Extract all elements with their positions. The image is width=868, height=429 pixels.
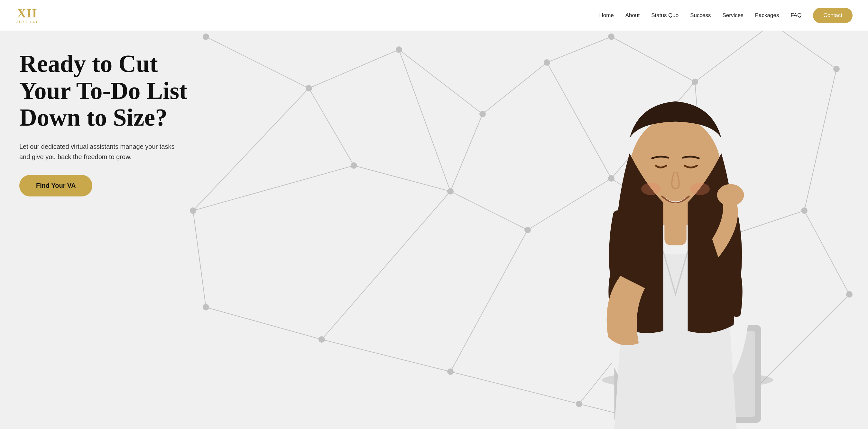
find-va-button[interactable]: Find Your VA xyxy=(19,175,92,197)
svg-point-63 xyxy=(641,183,661,195)
hero-section: Ready to Cut Your To-Do List Down to Siz… xyxy=(0,31,868,429)
logo-tagline: VIRTUAL xyxy=(16,20,39,24)
nav-faq[interactable]: FAQ xyxy=(790,12,801,19)
hero-subtitle: Let our dedicated virtual assistants man… xyxy=(19,141,187,162)
nav-status-quo[interactable]: Status Quo xyxy=(651,12,679,19)
svg-point-65 xyxy=(717,184,744,206)
svg-point-35 xyxy=(396,47,402,53)
svg-point-64 xyxy=(690,183,710,195)
svg-point-34 xyxy=(306,85,312,91)
woman-illustration xyxy=(434,31,868,429)
nav-success[interactable]: Success xyxy=(690,12,711,19)
svg-point-42 xyxy=(351,162,357,169)
site-header: XII VIRTUAL Home About Status Quo Succes… xyxy=(0,0,868,31)
svg-point-51 xyxy=(318,336,325,343)
contact-button[interactable]: Contact xyxy=(813,8,852,23)
nav-packages[interactable]: Packages xyxy=(755,12,779,19)
logo[interactable]: XII VIRTUAL xyxy=(16,7,39,24)
hero-content: Ready to Cut Your To-Do List Down to Siz… xyxy=(0,31,219,216)
hero-title: Ready to Cut Your To-Do List Down to Siz… xyxy=(19,50,199,131)
hero-image xyxy=(434,31,868,429)
nav-home[interactable]: Home xyxy=(599,12,614,19)
logo-symbol: XII xyxy=(18,7,38,19)
svg-point-50 xyxy=(203,304,209,311)
nav-services[interactable]: Services xyxy=(722,12,743,19)
main-nav: Home About Status Quo Success Services P… xyxy=(599,8,852,23)
nav-about[interactable]: About xyxy=(625,12,640,19)
